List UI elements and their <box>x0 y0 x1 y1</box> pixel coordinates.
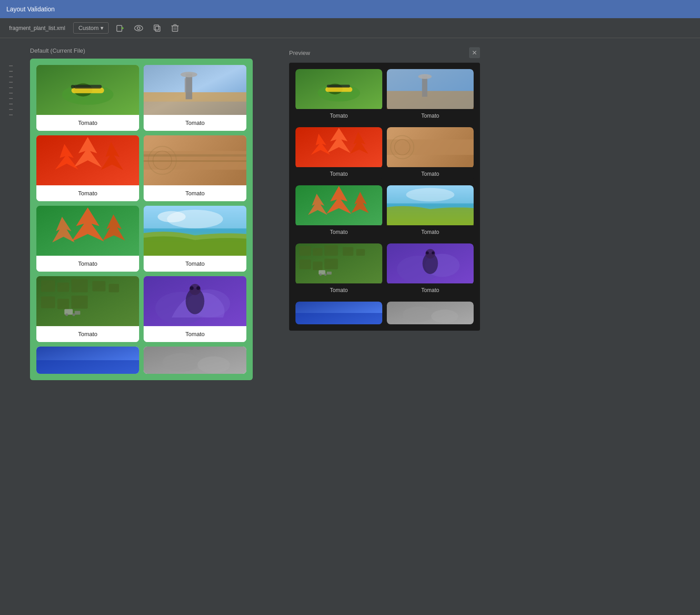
svg-rect-114 <box>295 313 382 324</box>
svg-rect-49 <box>109 284 119 292</box>
sidebar-tick <box>9 82 13 83</box>
card-image-stone <box>144 347 246 374</box>
preview-label-caterpillar: Tomato <box>295 109 382 123</box>
sidebar-tick <box>9 76 13 77</box>
preview-row-2: Tomato Tomato <box>295 127 474 181</box>
add-device-button[interactable] <box>113 22 127 34</box>
custom-dropdown-button[interactable]: Custom ▾ <box>73 22 109 34</box>
copy-button[interactable] <box>150 22 164 34</box>
card-label-purple: Tomato <box>144 326 246 342</box>
preview-card-greenleaf: Tomato <box>295 185 382 239</box>
card-greenleaf: Tomato <box>36 206 139 272</box>
preview-eye-button[interactable] <box>131 23 146 33</box>
preview-header: Preview ✕ <box>289 47 480 58</box>
svg-rect-95 <box>313 248 322 256</box>
svg-rect-45 <box>41 280 55 292</box>
toolbar: fragment_plant_list.xml Custom ▾ <box>0 18 700 38</box>
preview-close-button[interactable]: ✕ <box>469 47 480 58</box>
svg-rect-83 <box>387 139 474 155</box>
svg-rect-73 <box>327 84 350 87</box>
card-image-caterpillar <box>36 65 139 115</box>
svg-rect-103 <box>327 272 332 274</box>
card-label-caterpillar: Tomato <box>36 115 139 131</box>
sidebar-tick <box>9 93 13 94</box>
card-aerial: Tomato <box>36 276 139 342</box>
svg-rect-96 <box>325 245 338 256</box>
sidebar-tick <box>9 109 13 110</box>
preview-image-redleaf <box>295 127 382 167</box>
card-image-purple <box>144 276 246 326</box>
sidebar-tick <box>9 71 13 72</box>
preview-label-greenleaf: Tomato <box>295 225 382 239</box>
svg-point-112 <box>432 251 435 254</box>
svg-rect-52 <box>71 296 88 309</box>
svg-rect-65 <box>36 360 139 374</box>
preview-image-caterpillar <box>295 69 382 109</box>
svg-point-111 <box>426 251 429 254</box>
card-image-coast <box>144 206 246 256</box>
card-label-wood: Tomato <box>144 185 246 201</box>
svg-point-63 <box>196 286 200 290</box>
custom-label: Custom <box>78 25 99 31</box>
preview-card-purple: Tomato <box>387 243 474 297</box>
svg-rect-23 <box>185 74 192 99</box>
sidebar-tick <box>9 114 13 115</box>
preview-image-greenleaf <box>295 185 382 225</box>
card-purple: Tomato <box>144 276 246 342</box>
card-row-3: Tomato Tomato <box>36 206 246 272</box>
card-label-redleaf: Tomato <box>36 185 139 201</box>
preview-card-wood: Tomato <box>387 127 474 181</box>
card-caterpillar: Tomato <box>36 65 139 131</box>
svg-rect-7 <box>172 26 178 31</box>
preview-image-coast <box>387 185 474 225</box>
card-blue-partial <box>36 347 139 374</box>
card-telescope: Tomato <box>144 65 246 131</box>
svg-rect-97 <box>343 247 353 256</box>
preview-image-telescope <box>387 69 474 109</box>
dropdown-arrow-icon: ▾ <box>100 25 104 31</box>
sidebar-tick <box>9 104 13 104</box>
svg-point-19 <box>71 85 75 89</box>
preview-card-stone-partial <box>387 302 474 324</box>
preview-label-purple: Tomato <box>387 283 474 297</box>
add-device-icon <box>116 24 124 32</box>
eye-icon <box>134 25 143 31</box>
svg-point-55 <box>65 313 68 316</box>
preview-row-3: Tomato Tomato <box>295 185 474 239</box>
preview-container: Tomato Tomato <box>289 63 480 331</box>
preview-card-coast: Tomato <box>387 185 474 239</box>
svg-point-4 <box>137 27 140 30</box>
svg-rect-33 <box>144 160 246 162</box>
card-label-aerial: Tomato <box>36 326 139 342</box>
preview-card-redleaf: Tomato <box>295 127 382 181</box>
preview-row-partial <box>295 302 474 324</box>
preview-label-telescope: Tomato <box>387 109 474 123</box>
svg-rect-98 <box>356 249 365 256</box>
svg-rect-5 <box>155 26 160 31</box>
preview-row-4: Tomato Tomato <box>295 243 474 297</box>
sidebar-tick <box>9 98 13 99</box>
card-redleaf: Tomato <box>36 135 139 201</box>
sidebar-tick <box>9 87 13 88</box>
card-stone-partial <box>144 347 246 374</box>
svg-rect-32 <box>144 154 246 157</box>
preview-label-wood: Tomato <box>387 167 474 181</box>
svg-rect-46 <box>57 283 69 292</box>
sidebar <box>9 47 16 606</box>
preview-label-coast: Tomato <box>387 225 474 239</box>
right-panel: Preview ✕ Tomato <box>289 47 480 606</box>
card-coast: Tomato <box>144 206 246 272</box>
default-container: Tomato Tomato <box>30 59 253 380</box>
title-bar: Layout Validation <box>0 0 700 18</box>
card-label-greenleaf: Tomato <box>36 256 139 272</box>
svg-rect-101 <box>325 258 338 269</box>
svg-point-56 <box>72 313 75 316</box>
card-image-wood <box>144 135 246 185</box>
svg-point-105 <box>324 273 326 276</box>
delete-button[interactable] <box>169 22 181 34</box>
card-image-telescope <box>144 65 246 115</box>
svg-rect-18 <box>74 85 102 89</box>
preview-card-aerial: Tomato <box>295 243 382 297</box>
svg-point-116 <box>403 307 434 322</box>
preview-label-aerial: Tomato <box>295 283 382 297</box>
